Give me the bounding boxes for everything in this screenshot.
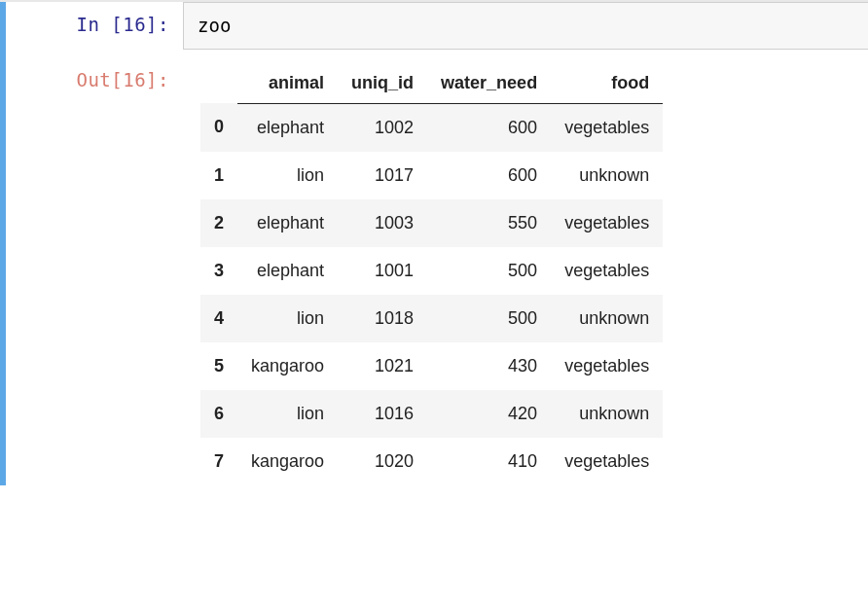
table-row: 6 lion 1016 420 unknown bbox=[200, 390, 663, 438]
cell-value: elephant bbox=[237, 103, 338, 152]
row-index: 6 bbox=[200, 390, 237, 438]
cell-value: elephant bbox=[237, 247, 338, 295]
cell-value: vegetables bbox=[551, 247, 663, 295]
cell-value: 1021 bbox=[338, 342, 427, 390]
table-row: 5 kangaroo 1021 430 vegetables bbox=[200, 342, 663, 390]
output-prompt: Out[16]: bbox=[6, 50, 183, 98]
cell-value: vegetables bbox=[551, 342, 663, 390]
cell-value: vegetables bbox=[551, 438, 663, 485]
cell-value: 430 bbox=[427, 342, 551, 390]
table-row: 7 kangaroo 1020 410 vegetables bbox=[200, 438, 663, 485]
row-index: 7 bbox=[200, 438, 237, 485]
row-index: 4 bbox=[200, 295, 237, 342]
input-prompt: In [16]: bbox=[6, 2, 183, 43]
cell-value: 1020 bbox=[338, 438, 427, 485]
table-row: 2 elephant 1003 550 vegetables bbox=[200, 199, 663, 247]
cell-value: lion bbox=[237, 295, 338, 342]
cell-value: vegetables bbox=[551, 103, 663, 152]
row-index: 1 bbox=[200, 152, 237, 199]
cell-value: lion bbox=[237, 390, 338, 438]
index-header bbox=[200, 61, 237, 104]
cell-value: 1003 bbox=[338, 199, 427, 247]
row-index: 2 bbox=[200, 199, 237, 247]
cell-value: elephant bbox=[237, 199, 338, 247]
table-header: animal uniq_id water_need food bbox=[200, 61, 663, 104]
cell-value: unknown bbox=[551, 390, 663, 438]
table-body: 0 elephant 1002 600 vegetables 1 lion 10… bbox=[200, 103, 663, 485]
notebook-container: In [16]: zoo Out[16]: animal uniq_id wat… bbox=[0, 0, 868, 607]
row-index: 0 bbox=[200, 103, 237, 152]
cell-value: unknown bbox=[551, 295, 663, 342]
header-row: animal uniq_id water_need food bbox=[200, 61, 663, 104]
col-header: food bbox=[551, 61, 663, 104]
dataframe-table: animal uniq_id water_need food 0 elephan… bbox=[200, 61, 663, 485]
row-index: 3 bbox=[200, 247, 237, 295]
cell-value: 1018 bbox=[338, 295, 427, 342]
cell-value: 500 bbox=[427, 247, 551, 295]
table-row: 1 lion 1017 600 unknown bbox=[200, 152, 663, 199]
col-header: animal bbox=[237, 61, 338, 104]
cell-value: vegetables bbox=[551, 199, 663, 247]
output-area: animal uniq_id water_need food 0 elephan… bbox=[183, 50, 868, 485]
code-input[interactable]: zoo bbox=[183, 2, 868, 50]
table-row: 4 lion 1018 500 unknown bbox=[200, 295, 663, 342]
table-row: 0 elephant 1002 600 vegetables bbox=[200, 103, 663, 152]
cell-value: 420 bbox=[427, 390, 551, 438]
input-row: In [16]: zoo bbox=[6, 2, 868, 50]
cell-value: 600 bbox=[427, 152, 551, 199]
cell-value: lion bbox=[237, 152, 338, 199]
cell-value: 500 bbox=[427, 295, 551, 342]
cell-value: 1001 bbox=[338, 247, 427, 295]
cell-value: 600 bbox=[427, 103, 551, 152]
table-row: 3 elephant 1001 500 vegetables bbox=[200, 247, 663, 295]
output-row: Out[16]: animal uniq_id water_need food bbox=[6, 50, 868, 485]
cell-value: kangaroo bbox=[237, 438, 338, 485]
cell-value: 1017 bbox=[338, 152, 427, 199]
col-header: water_need bbox=[427, 61, 551, 104]
cell-value: 1002 bbox=[338, 103, 427, 152]
col-header: uniq_id bbox=[338, 61, 427, 104]
row-index: 5 bbox=[200, 342, 237, 390]
cell-value: unknown bbox=[551, 152, 663, 199]
notebook-cell: In [16]: zoo Out[16]: animal uniq_id wat… bbox=[0, 2, 868, 485]
cell-value: 410 bbox=[427, 438, 551, 485]
cell-value: 550 bbox=[427, 199, 551, 247]
cell-value: 1016 bbox=[338, 390, 427, 438]
cell-value: kangaroo bbox=[237, 342, 338, 390]
